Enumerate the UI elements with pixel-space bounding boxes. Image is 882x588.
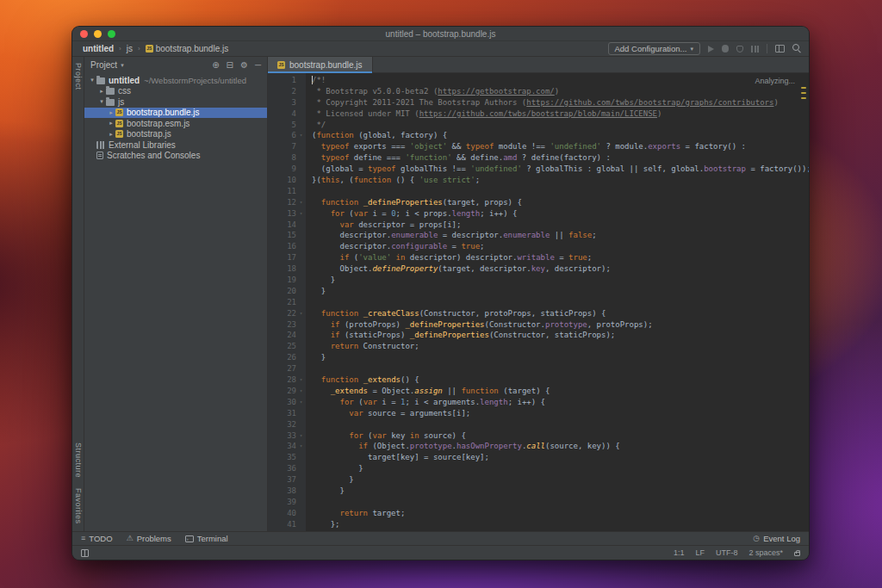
line-number[interactable]: 14 — [268, 220, 296, 231]
gutter-line[interactable]: 34▾ — [268, 441, 306, 452]
breadcrumb-untitled[interactable]: untitled — [83, 44, 114, 53]
code-line[interactable]: } — [312, 474, 809, 486]
gutter-line[interactable]: 31 — [268, 408, 306, 419]
line-number[interactable]: 23 — [268, 319, 296, 331]
encoding-indicator[interactable]: UTF-8 — [716, 548, 738, 557]
editor-code[interactable]: /*! * Bootstrap v5.0.0-beta2 (https://ge… — [306, 73, 809, 531]
gutter-line[interactable]: 23 — [268, 319, 306, 331]
project-tree[interactable]: ▾untitled~/WebstormProjects/untitled▸css… — [84, 73, 267, 161]
line-number[interactable]: 30 — [268, 397, 296, 408]
line-number[interactable]: 24 — [268, 330, 296, 341]
code-line[interactable]: if (Object.prototype.hasOwnProperty.call… — [312, 441, 809, 452]
line-number[interactable]: 16 — [268, 241, 296, 252]
gutter-line[interactable]: 36 — [268, 463, 306, 474]
fold-marker-icon[interactable]: ▾ — [296, 386, 306, 397]
line-number[interactable]: 27 — [268, 363, 296, 374]
code-line[interactable] — [312, 186, 809, 197]
gutter-line[interactable]: 15 — [268, 230, 306, 241]
gutter-line[interactable]: 35 — [268, 452, 306, 463]
gutter-line[interactable]: 33▾ — [268, 430, 306, 442]
editor-tab-bar[interactable]: JS bootstrap.bundle.js — [268, 57, 809, 73]
gutter-line[interactable]: 22▾ — [268, 308, 306, 319]
code-line[interactable]: target[key] = source[key]; — [312, 452, 809, 463]
fold-marker-icon[interactable]: ▾ — [296, 441, 306, 452]
chevron-right-icon[interactable]: ▸ — [107, 109, 115, 116]
code-line[interactable]: } — [312, 286, 809, 297]
line-number[interactable]: 37 — [268, 474, 296, 486]
gutter-line[interactable]: 37 — [268, 474, 306, 486]
toolstripe-structure-button[interactable]: Structure — [74, 443, 83, 478]
gutter-line[interactable]: 25 — [268, 341, 306, 352]
gutter-line[interactable]: 26 — [268, 352, 306, 363]
gutter-line[interactable]: 38 — [268, 486, 306, 497]
event-log-button[interactable]: ◷ Event Log — [753, 534, 800, 543]
caret-position[interactable]: 1:1 — [674, 548, 685, 557]
code-line[interactable]: */ — [312, 120, 809, 131]
code-line[interactable]: typeof define === 'function' && define.a… — [312, 152, 809, 164]
line-number[interactable]: 2 — [268, 86, 296, 97]
line-number[interactable]: 38 — [268, 486, 296, 497]
minimize-window-button[interactable] — [94, 30, 102, 38]
code-line[interactable]: (global = typeof globalThis !== 'undefin… — [312, 164, 809, 175]
line-number[interactable]: 34 — [268, 441, 296, 452]
code-line[interactable]: descriptor.enumerable = descriptor.enume… — [312, 230, 809, 241]
tree-item-scratches-and-consoles[interactable]: Scratches and Consoles — [84, 151, 267, 162]
code-editor[interactable]: 123456▾789101112▾13▾141516171819202122▾2… — [268, 73, 809, 531]
line-number[interactable]: 7 — [268, 141, 296, 152]
gutter-line[interactable]: 7 — [268, 141, 306, 152]
code-line[interactable]: for (var i = 1; i < arguments.length; i+… — [312, 397, 809, 408]
code-line[interactable]: /*! — [312, 75, 809, 86]
zoom-window-button[interactable] — [108, 30, 115, 38]
hide-panel-icon[interactable]: ─ — [255, 61, 261, 70]
gutter-line[interactable]: 39 — [268, 497, 306, 508]
code-line[interactable]: function _defineProperties(target, props… — [312, 197, 809, 208]
line-number[interactable]: 35 — [268, 452, 296, 463]
line-number[interactable]: 5 — [268, 120, 296, 131]
gutter-line[interactable]: 20 — [268, 286, 306, 297]
fold-marker-icon[interactable]: ▾ — [296, 374, 306, 386]
line-number[interactable]: 28 — [268, 374, 296, 386]
code-line[interactable]: } — [312, 486, 809, 497]
code-line[interactable]: * Bootstrap v5.0.0-beta2 (https://getboo… — [312, 86, 809, 97]
gutter-line[interactable]: 11 — [268, 186, 306, 197]
tree-item-untitled[interactable]: ▾untitled~/WebstormProjects/untitled — [84, 75, 267, 86]
line-number[interactable]: 29 — [268, 386, 296, 397]
line-number[interactable]: 33 — [268, 430, 296, 442]
gutter-line[interactable]: 13▾ — [268, 208, 306, 220]
line-number[interactable]: 10 — [268, 175, 296, 186]
line-number[interactable]: 4 — [268, 108, 296, 120]
code-line[interactable]: } — [312, 463, 809, 474]
tree-item-css[interactable]: ▸css — [84, 86, 267, 97]
fold-marker-icon[interactable]: ▾ — [296, 308, 306, 319]
code-line[interactable] — [312, 497, 809, 508]
search-everywhere-icon[interactable] — [792, 44, 802, 53]
fold-marker-icon[interactable]: ▾ — [296, 397, 306, 408]
fold-marker-icon[interactable]: ▾ — [296, 130, 306, 141]
tree-item-bootstrap-bundle-js[interactable]: ▸JSbootstrap.bundle.js — [84, 108, 267, 119]
gutter-line[interactable]: 9 — [268, 164, 306, 175]
line-number[interactable]: 8 — [268, 152, 296, 164]
fold-marker-icon[interactable]: ▾ — [296, 208, 306, 220]
project-panel-header[interactable]: Project ▾ ⊕ ⊟ ⚙ ─ — [84, 57, 267, 73]
profiler-icon[interactable] — [751, 46, 759, 53]
close-window-button[interactable] — [80, 30, 88, 38]
debug-icon[interactable] — [722, 45, 729, 53]
line-number[interactable]: 36 — [268, 463, 296, 474]
gutter-line[interactable]: 4 — [268, 108, 306, 120]
gutter-line[interactable]: 40 — [268, 508, 306, 519]
code-line[interactable]: if ('value' in descriptor) descriptor.wr… — [312, 252, 809, 263]
editor-gutter[interactable]: 123456▾789101112▾13▾141516171819202122▾2… — [268, 73, 306, 531]
gutter-line[interactable]: 24 — [268, 330, 306, 341]
line-ending-indicator[interactable]: LF — [695, 548, 705, 557]
line-number[interactable]: 18 — [268, 263, 296, 275]
warning-mark[interactable] — [801, 97, 806, 99]
code-line[interactable]: * Copyright 2011-2021 The Bootstrap Auth… — [312, 97, 809, 108]
gutter-line[interactable]: 3 — [268, 97, 306, 108]
gutter-line[interactable]: 18 — [268, 263, 306, 275]
line-number[interactable]: 21 — [268, 297, 296, 308]
line-number[interactable]: 41 — [268, 519, 296, 530]
code-line[interactable]: * Licensed under MIT (https://github.com… — [312, 108, 809, 120]
tree-item-bootstrap-js[interactable]: ▸JSbootstrap.js — [84, 129, 267, 140]
gutter-line[interactable]: 30▾ — [268, 397, 306, 408]
chevron-right-icon[interactable]: ▸ — [107, 131, 115, 138]
